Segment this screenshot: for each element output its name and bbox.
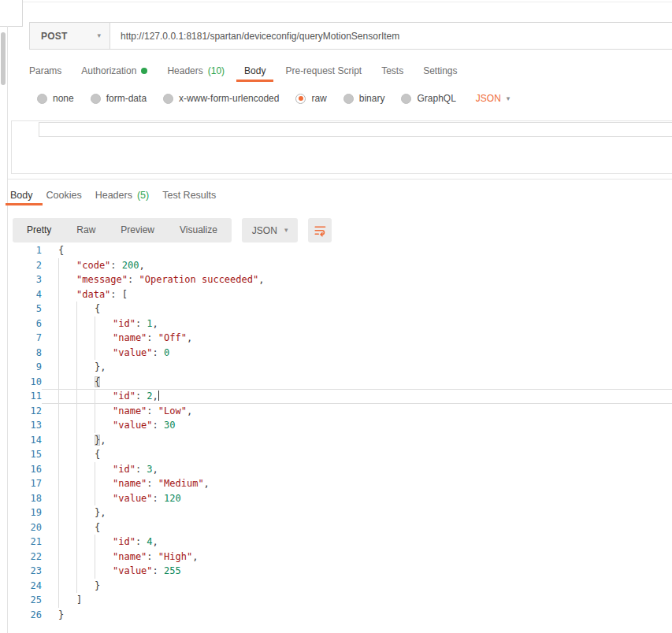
body-type-binary[interactable]: binary	[343, 93, 385, 104]
method-dropdown[interactable]: POST ▾	[29, 22, 110, 50]
request-tab-settings[interactable]: Settings	[423, 59, 457, 82]
code-line[interactable]: 25]	[8, 593, 672, 608]
code-line[interactable]: 20{	[8, 520, 672, 535]
view-visualize-button[interactable]: Visualize	[167, 218, 230, 242]
indent-guide	[76, 564, 95, 579]
body-type-x-www-form-urlencoded[interactable]: x-www-form-urlencoded	[163, 93, 279, 104]
indent-guide	[95, 346, 113, 361]
code-line[interactable]: 24}	[8, 579, 672, 594]
code-line[interactable]: 19},	[8, 505, 672, 520]
response-tab-label: Test Results	[162, 190, 216, 201]
code-token: 200	[122, 260, 139, 271]
code-token: 2	[147, 391, 152, 402]
code-token: ,	[153, 391, 158, 402]
code-line[interactable]: 16"id": 3,	[8, 462, 672, 477]
code-token: :	[153, 493, 164, 504]
code-token: "id"	[113, 464, 136, 475]
code-line[interactable]: 23"value": 255	[8, 564, 672, 579]
code-line[interactable]: 9},	[8, 360, 672, 375]
code-line[interactable]: 21"id": 4,	[8, 535, 672, 550]
body-type-label: GraphQL	[417, 93, 455, 104]
body-type-graphql[interactable]: GraphQL	[401, 93, 455, 104]
request-tab-label: Authorization	[81, 65, 136, 76]
code-line[interactable]: 13"value": 30	[8, 418, 672, 433]
code-line[interactable]: 2"code": 200,	[8, 258, 672, 273]
code-line-content: "message": "Operation succeeded",	[42, 272, 672, 287]
code-line-content: "name": "Medium",	[42, 476, 672, 491]
indent-guide	[58, 535, 76, 550]
indent-guide	[76, 447, 95, 462]
indent-guide	[58, 520, 76, 535]
code-line-content: "value": 255	[42, 564, 672, 579]
response-tab-label: Headers	[95, 190, 132, 201]
line-number: 20	[8, 520, 42, 535]
code-line[interactable]: 14},	[8, 433, 672, 448]
code-line-content: {	[42, 447, 672, 462]
vertical-scrollbar-thumb[interactable]	[1, 32, 6, 85]
indent-guide	[58, 462, 76, 477]
body-type-form-data[interactable]: form-data	[91, 93, 147, 104]
code-line[interactable]: 7"name": "Off",	[8, 331, 672, 346]
code-token: :	[110, 260, 121, 271]
code-token: ,	[187, 405, 192, 416]
indent-guide	[58, 476, 76, 491]
line-number: 5	[8, 302, 42, 316]
request-tab-tests[interactable]: Tests	[381, 59, 403, 82]
code-line[interactable]: 17"name": "Medium",	[8, 476, 672, 491]
code-line[interactable]: 1{	[8, 243, 672, 258]
view-pretty-button[interactable]: Pretty	[14, 218, 64, 242]
code-token: }	[95, 580, 100, 591]
code-token: :	[147, 332, 158, 343]
code-line[interactable]: 6"id": 1,	[8, 316, 672, 331]
code-line-content: "value": 0	[42, 346, 672, 361]
code-line[interactable]: 11"id": 2,	[8, 389, 672, 404]
response-tab-headers[interactable]: Headers(5)	[95, 184, 150, 205]
wrap-text-button[interactable]	[308, 218, 332, 242]
chevron-down-icon: ▾	[507, 95, 510, 102]
request-tab-authorization[interactable]: Authorization	[81, 59, 147, 82]
response-tab-test-results[interactable]: Test Results	[162, 184, 216, 205]
indent-guide	[58, 272, 76, 287]
response-tab-cookies[interactable]: Cookies	[46, 184, 82, 205]
indent-guide	[58, 331, 76, 346]
code-line[interactable]: 4"data": [	[8, 287, 672, 302]
view-preview-button[interactable]: Preview	[108, 218, 167, 242]
code-token: "Off"	[158, 332, 187, 343]
indent-guide	[58, 505, 76, 520]
radio-icon	[401, 94, 411, 104]
response-tab-body[interactable]: Body	[10, 184, 33, 205]
code-token: {	[58, 245, 64, 256]
view-raw-button[interactable]: Raw	[64, 218, 108, 242]
code-line[interactable]: 5{	[8, 302, 672, 316]
code-line[interactable]: 10{	[8, 375, 672, 390]
code-token: "value"	[113, 420, 153, 431]
code-line[interactable]: 12"name": "Low",	[8, 404, 672, 419]
code-line[interactable]: 18"value": 120	[8, 491, 672, 506]
request-tab-pre-request-script[interactable]: Pre-request Script	[285, 59, 362, 82]
body-type-label: raw	[311, 93, 326, 104]
code-line-content: "value": 30	[42, 418, 672, 433]
line-number: 2	[8, 258, 42, 273]
line-number: 23	[8, 564, 42, 579]
request-tab-headers[interactable]: Headers(10)	[167, 59, 225, 82]
response-format-dropdown[interactable]: JSON ▾	[242, 218, 299, 242]
request-response-divider	[8, 179, 672, 180]
body-type-raw[interactable]: raw	[295, 93, 326, 104]
code-line[interactable]: 8"value": 0	[8, 346, 672, 361]
code-line[interactable]: 3"message": "Operation succeeded",	[8, 272, 672, 287]
code-line[interactable]: 22"name": "High",	[8, 550, 672, 565]
body-type-none[interactable]: none	[37, 93, 74, 104]
code-line[interactable]: 26}	[8, 608, 672, 623]
response-tab-count: (5)	[137, 190, 149, 201]
url-input[interactable]: http://127.0.0.1:8181/spartan/deviceconf…	[110, 22, 672, 50]
request-body-editor[interactable]: 1	[11, 120, 672, 174]
line-number: 11	[8, 389, 42, 404]
request-tab-params[interactable]: Params	[29, 59, 61, 82]
code-token: ,	[258, 274, 264, 285]
code-token: :	[136, 318, 147, 329]
request-editor-current-line	[39, 122, 672, 137]
code-token: "value"	[113, 347, 153, 358]
code-line[interactable]: 15{	[8, 447, 672, 462]
raw-format-dropdown[interactable]: JSON▾	[476, 93, 510, 104]
request-tab-body[interactable]: Body	[244, 59, 265, 82]
